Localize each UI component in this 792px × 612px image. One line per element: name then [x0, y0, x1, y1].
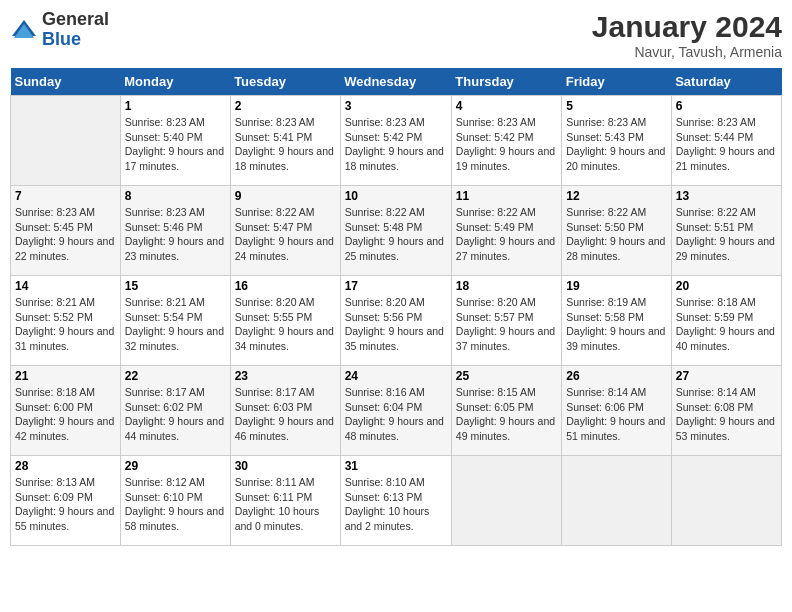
weekday-header-monday: Monday	[120, 68, 230, 96]
day-info: Sunrise: 8:23 AMSunset: 5:41 PMDaylight:…	[235, 115, 336, 174]
day-info: Sunrise: 8:17 AMSunset: 6:03 PMDaylight:…	[235, 385, 336, 444]
day-cell: 19Sunrise: 8:19 AMSunset: 5:58 PMDayligh…	[562, 276, 671, 366]
day-info: Sunrise: 8:14 AMSunset: 6:06 PMDaylight:…	[566, 385, 666, 444]
day-number: 6	[676, 99, 777, 113]
day-number: 28	[15, 459, 116, 473]
day-number: 23	[235, 369, 336, 383]
day-info: Sunrise: 8:23 AMSunset: 5:42 PMDaylight:…	[345, 115, 447, 174]
day-cell: 11Sunrise: 8:22 AMSunset: 5:49 PMDayligh…	[451, 186, 561, 276]
day-cell: 10Sunrise: 8:22 AMSunset: 5:48 PMDayligh…	[340, 186, 451, 276]
day-cell: 16Sunrise: 8:20 AMSunset: 5:55 PMDayligh…	[230, 276, 340, 366]
calendar-table: SundayMondayTuesdayWednesdayThursdayFrid…	[10, 68, 782, 546]
day-cell: 3Sunrise: 8:23 AMSunset: 5:42 PMDaylight…	[340, 96, 451, 186]
weekday-header-wednesday: Wednesday	[340, 68, 451, 96]
day-cell: 28Sunrise: 8:13 AMSunset: 6:09 PMDayligh…	[11, 456, 121, 546]
weekday-header-saturday: Saturday	[671, 68, 781, 96]
day-info: Sunrise: 8:19 AMSunset: 5:58 PMDaylight:…	[566, 295, 666, 354]
day-info: Sunrise: 8:22 AMSunset: 5:48 PMDaylight:…	[345, 205, 447, 264]
logo-text: General Blue	[42, 10, 109, 50]
day-cell: 29Sunrise: 8:12 AMSunset: 6:10 PMDayligh…	[120, 456, 230, 546]
day-number: 11	[456, 189, 557, 203]
day-cell: 9Sunrise: 8:22 AMSunset: 5:47 PMDaylight…	[230, 186, 340, 276]
day-number: 7	[15, 189, 116, 203]
day-cell: 4Sunrise: 8:23 AMSunset: 5:42 PMDaylight…	[451, 96, 561, 186]
day-cell: 2Sunrise: 8:23 AMSunset: 5:41 PMDaylight…	[230, 96, 340, 186]
day-number: 26	[566, 369, 666, 383]
weekday-header-friday: Friday	[562, 68, 671, 96]
logo: General Blue	[10, 10, 109, 50]
day-cell: 5Sunrise: 8:23 AMSunset: 5:43 PMDaylight…	[562, 96, 671, 186]
weekday-header-thursday: Thursday	[451, 68, 561, 96]
day-cell: 18Sunrise: 8:20 AMSunset: 5:57 PMDayligh…	[451, 276, 561, 366]
day-cell: 22Sunrise: 8:17 AMSunset: 6:02 PMDayligh…	[120, 366, 230, 456]
day-number: 24	[345, 369, 447, 383]
day-cell: 14Sunrise: 8:21 AMSunset: 5:52 PMDayligh…	[11, 276, 121, 366]
day-info: Sunrise: 8:22 AMSunset: 5:51 PMDaylight:…	[676, 205, 777, 264]
day-info: Sunrise: 8:22 AMSunset: 5:49 PMDaylight:…	[456, 205, 557, 264]
day-number: 13	[676, 189, 777, 203]
day-info: Sunrise: 8:23 AMSunset: 5:44 PMDaylight:…	[676, 115, 777, 174]
day-number: 31	[345, 459, 447, 473]
day-cell: 23Sunrise: 8:17 AMSunset: 6:03 PMDayligh…	[230, 366, 340, 456]
day-info: Sunrise: 8:18 AMSunset: 5:59 PMDaylight:…	[676, 295, 777, 354]
day-info: Sunrise: 8:13 AMSunset: 6:09 PMDaylight:…	[15, 475, 116, 534]
day-info: Sunrise: 8:18 AMSunset: 6:00 PMDaylight:…	[15, 385, 116, 444]
title-block: January 2024 Navur, Tavush, Armenia	[592, 10, 782, 60]
day-info: Sunrise: 8:15 AMSunset: 6:05 PMDaylight:…	[456, 385, 557, 444]
day-info: Sunrise: 8:20 AMSunset: 5:57 PMDaylight:…	[456, 295, 557, 354]
weekday-header-tuesday: Tuesday	[230, 68, 340, 96]
day-number: 9	[235, 189, 336, 203]
day-number: 14	[15, 279, 116, 293]
day-info: Sunrise: 8:11 AMSunset: 6:11 PMDaylight:…	[235, 475, 336, 534]
day-number: 5	[566, 99, 666, 113]
day-number: 22	[125, 369, 226, 383]
day-cell: 1Sunrise: 8:23 AMSunset: 5:40 PMDaylight…	[120, 96, 230, 186]
day-cell	[451, 456, 561, 546]
day-number: 27	[676, 369, 777, 383]
day-cell: 26Sunrise: 8:14 AMSunset: 6:06 PMDayligh…	[562, 366, 671, 456]
day-cell: 12Sunrise: 8:22 AMSunset: 5:50 PMDayligh…	[562, 186, 671, 276]
day-number: 21	[15, 369, 116, 383]
day-cell: 24Sunrise: 8:16 AMSunset: 6:04 PMDayligh…	[340, 366, 451, 456]
day-cell: 13Sunrise: 8:22 AMSunset: 5:51 PMDayligh…	[671, 186, 781, 276]
day-info: Sunrise: 8:23 AMSunset: 5:43 PMDaylight:…	[566, 115, 666, 174]
day-number: 15	[125, 279, 226, 293]
week-row-4: 21Sunrise: 8:18 AMSunset: 6:00 PMDayligh…	[11, 366, 782, 456]
day-cell: 27Sunrise: 8:14 AMSunset: 6:08 PMDayligh…	[671, 366, 781, 456]
day-info: Sunrise: 8:23 AMSunset: 5:46 PMDaylight:…	[125, 205, 226, 264]
day-info: Sunrise: 8:12 AMSunset: 6:10 PMDaylight:…	[125, 475, 226, 534]
day-number: 1	[125, 99, 226, 113]
day-cell: 8Sunrise: 8:23 AMSunset: 5:46 PMDaylight…	[120, 186, 230, 276]
day-cell: 15Sunrise: 8:21 AMSunset: 5:54 PMDayligh…	[120, 276, 230, 366]
day-info: Sunrise: 8:10 AMSunset: 6:13 PMDaylight:…	[345, 475, 447, 534]
day-info: Sunrise: 8:20 AMSunset: 5:55 PMDaylight:…	[235, 295, 336, 354]
location: Navur, Tavush, Armenia	[592, 44, 782, 60]
day-number: 8	[125, 189, 226, 203]
day-number: 30	[235, 459, 336, 473]
day-cell	[11, 96, 121, 186]
day-info: Sunrise: 8:23 AMSunset: 5:40 PMDaylight:…	[125, 115, 226, 174]
day-number: 17	[345, 279, 447, 293]
day-number: 12	[566, 189, 666, 203]
day-info: Sunrise: 8:22 AMSunset: 5:47 PMDaylight:…	[235, 205, 336, 264]
day-info: Sunrise: 8:23 AMSunset: 5:45 PMDaylight:…	[15, 205, 116, 264]
day-number: 3	[345, 99, 447, 113]
day-number: 2	[235, 99, 336, 113]
day-number: 19	[566, 279, 666, 293]
week-row-3: 14Sunrise: 8:21 AMSunset: 5:52 PMDayligh…	[11, 276, 782, 366]
day-info: Sunrise: 8:21 AMSunset: 5:52 PMDaylight:…	[15, 295, 116, 354]
day-cell	[671, 456, 781, 546]
day-info: Sunrise: 8:16 AMSunset: 6:04 PMDaylight:…	[345, 385, 447, 444]
day-number: 20	[676, 279, 777, 293]
week-row-5: 28Sunrise: 8:13 AMSunset: 6:09 PMDayligh…	[11, 456, 782, 546]
day-info: Sunrise: 8:23 AMSunset: 5:42 PMDaylight:…	[456, 115, 557, 174]
day-cell	[562, 456, 671, 546]
month-year: January 2024	[592, 10, 782, 44]
day-cell: 7Sunrise: 8:23 AMSunset: 5:45 PMDaylight…	[11, 186, 121, 276]
day-info: Sunrise: 8:20 AMSunset: 5:56 PMDaylight:…	[345, 295, 447, 354]
day-cell: 17Sunrise: 8:20 AMSunset: 5:56 PMDayligh…	[340, 276, 451, 366]
day-info: Sunrise: 8:21 AMSunset: 5:54 PMDaylight:…	[125, 295, 226, 354]
day-info: Sunrise: 8:22 AMSunset: 5:50 PMDaylight:…	[566, 205, 666, 264]
week-row-2: 7Sunrise: 8:23 AMSunset: 5:45 PMDaylight…	[11, 186, 782, 276]
day-number: 29	[125, 459, 226, 473]
